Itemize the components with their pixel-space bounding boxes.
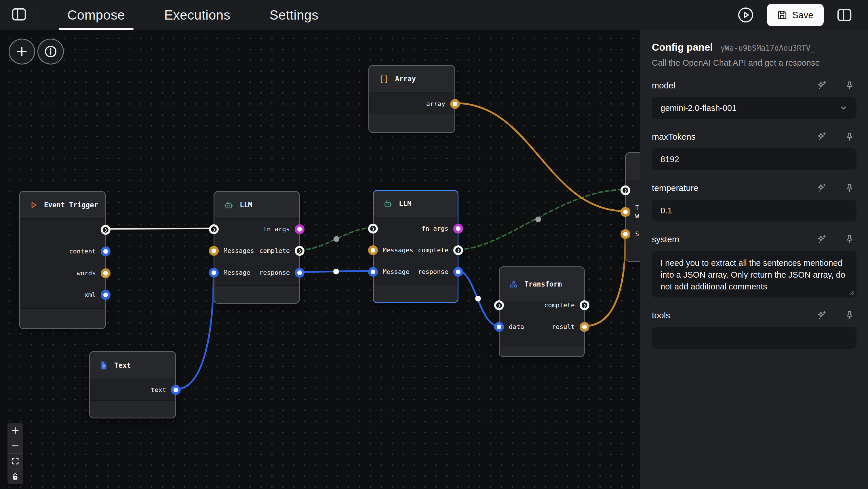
topbar-divider bbox=[37, 9, 37, 21]
s-port[interactable] bbox=[620, 229, 630, 239]
words-port[interactable] bbox=[101, 268, 111, 278]
temperature-input[interactable]: 0.1 bbox=[652, 200, 857, 222]
tools-input[interactable] bbox=[652, 327, 857, 349]
sparkles-icon[interactable] bbox=[816, 310, 827, 320]
edge-llm2-complete-clipped[interactable] bbox=[459, 190, 625, 250]
tab-settings[interactable]: Settings bbox=[267, 0, 320, 30]
zoom-in-button[interactable] bbox=[7, 423, 23, 438]
info-button[interactable] bbox=[37, 38, 64, 64]
exec-port[interactable]: ❯ bbox=[101, 225, 111, 235]
node-clipped-node[interactable]: ❯T WS bbox=[625, 152, 640, 262]
temperature-input-value: 0.1 bbox=[660, 206, 672, 215]
lock-toggle-button[interactable] bbox=[7, 469, 23, 484]
fit-view-button[interactable] bbox=[7, 454, 23, 469]
save-button-label: Save bbox=[792, 10, 813, 21]
edge-llm2-response-transform-waypoint[interactable] bbox=[475, 296, 481, 301]
response-port[interactable] bbox=[295, 268, 305, 278]
sidebar-toggle-button[interactable] bbox=[10, 6, 28, 24]
unlock-icon bbox=[11, 472, 20, 481]
robot-icon bbox=[383, 200, 393, 208]
maxtokens-input-value: 8192 bbox=[660, 155, 679, 164]
port-label: Messages bbox=[383, 246, 413, 255]
sparkles-icon[interactable] bbox=[816, 234, 827, 244]
message-port[interactable] bbox=[209, 268, 219, 278]
node-footer bbox=[500, 346, 584, 356]
pin-icon[interactable] bbox=[844, 234, 855, 244]
xml-port[interactable] bbox=[101, 290, 111, 300]
pin-icon[interactable] bbox=[844, 80, 855, 91]
system-textarea[interactable]: I need you to extract all the sentences … bbox=[652, 251, 857, 297]
edge-llm1-response-llm2-waypoint[interactable] bbox=[333, 269, 339, 275]
exec-port[interactable]: ❯ bbox=[368, 224, 378, 234]
field-system: system I need you to extract all the sen… bbox=[652, 234, 857, 297]
pin-icon[interactable] bbox=[844, 132, 855, 142]
canvas-toolbar bbox=[9, 38, 66, 64]
edge-llm1-complete-llm2-waypoint[interactable] bbox=[334, 236, 339, 242]
complete-port[interactable]: ❯ bbox=[580, 300, 589, 310]
content-port[interactable] bbox=[101, 247, 111, 256]
model-select[interactable]: gemini-2.0-flash-001 bbox=[652, 97, 857, 119]
message-port[interactable] bbox=[368, 267, 378, 277]
run-button[interactable] bbox=[738, 7, 754, 23]
add-node-button[interactable] bbox=[9, 38, 35, 64]
port-label: Message bbox=[224, 268, 250, 277]
array-port[interactable] bbox=[450, 99, 460, 109]
port-label: S bbox=[635, 230, 639, 238]
t-port[interactable] bbox=[620, 207, 630, 217]
data-port[interactable] bbox=[494, 322, 504, 332]
edge-array-clipped[interactable] bbox=[455, 103, 625, 211]
node-array[interactable]: []Arrayarray bbox=[368, 65, 455, 133]
edge-trigger-exec-llm1[interactable] bbox=[106, 228, 214, 229]
messages-port[interactable] bbox=[368, 246, 378, 255]
config-panel-title: Config panel bbox=[652, 41, 713, 53]
result-port[interactable] bbox=[580, 322, 589, 332]
save-button[interactable]: Save bbox=[767, 4, 824, 26]
top-bar: Compose Executions Settings Save bbox=[0, 0, 868, 30]
edge-text-llm1-message[interactable] bbox=[176, 272, 214, 389]
robot-icon bbox=[224, 201, 234, 209]
tab-executions[interactable]: Executions bbox=[162, 0, 232, 30]
resize-grip-icon[interactable] bbox=[848, 289, 854, 295]
text-port[interactable] bbox=[171, 385, 181, 395]
sparkles-icon[interactable] bbox=[816, 132, 827, 142]
node-llm-2[interactable]: LLM❯fn argsMessages❯completeMessagerespo… bbox=[373, 190, 459, 303]
sparkles-icon[interactable] bbox=[816, 80, 827, 91]
fn-args-port[interactable] bbox=[453, 224, 463, 234]
maxtokens-input[interactable]: 8192 bbox=[652, 148, 857, 170]
complete-port[interactable]: ❯ bbox=[295, 246, 305, 256]
complete-port[interactable]: ❯ bbox=[453, 246, 463, 255]
field-tools-label: tools bbox=[652, 311, 670, 320]
fit-view-icon bbox=[11, 457, 20, 465]
config-panel: Config panel yWa-u9bSMa17dAou3RTV_ Call … bbox=[640, 30, 868, 489]
zoom-controls bbox=[7, 423, 23, 484]
sparkles-icon[interactable] bbox=[816, 183, 827, 193]
flow-canvas[interactable]: Event Trigger❯contentwordsxmlLLM❯fn args… bbox=[0, 30, 640, 489]
tab-compose[interactable]: Compose bbox=[65, 0, 127, 30]
response-port[interactable] bbox=[453, 267, 463, 277]
field-model-label: model bbox=[652, 81, 676, 90]
port-label: complete bbox=[544, 301, 575, 310]
pin-icon[interactable] bbox=[844, 310, 855, 320]
shapes-icon bbox=[509, 280, 518, 289]
node-text[interactable]: Texttext bbox=[89, 351, 176, 419]
topbar-actions: Save bbox=[738, 4, 852, 26]
field-temperature: temperature 0.1 bbox=[652, 183, 857, 222]
zoom-out-button[interactable] bbox=[7, 438, 23, 454]
node-title: LLM bbox=[399, 200, 411, 208]
exec-port[interactable]: ❯ bbox=[494, 300, 504, 310]
node-llm-1[interactable]: LLM❯fn argsMessages❯completeMessagerespo… bbox=[214, 191, 300, 304]
panel-toggle-button[interactable] bbox=[837, 8, 852, 22]
exec-port[interactable]: ❯ bbox=[620, 185, 630, 195]
edge-llm2-complete-clipped-waypoint[interactable] bbox=[535, 217, 541, 222]
exec-port[interactable]: ❯ bbox=[209, 224, 219, 234]
fn-args-port[interactable] bbox=[295, 224, 305, 234]
pin-icon[interactable] bbox=[844, 183, 855, 193]
port-label: data bbox=[509, 322, 524, 331]
field-tools: tools bbox=[652, 310, 857, 349]
node-transform[interactable]: Transform❯❯completedataresult bbox=[499, 266, 585, 357]
edge-transform-result-clipped[interactable] bbox=[585, 233, 625, 326]
field-maxtokens: maxTokens 8192 bbox=[652, 132, 857, 170]
port-label: xml bbox=[84, 291, 96, 299]
node-event-trigger[interactable]: Event Trigger❯contentwordsxml bbox=[19, 191, 106, 329]
messages-port[interactable] bbox=[209, 246, 219, 256]
